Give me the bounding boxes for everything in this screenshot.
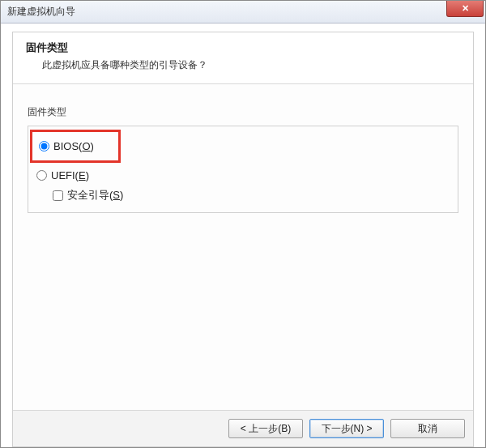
close-icon: ✕: [462, 3, 469, 14]
secure-boot-label: 安全引导(S): [67, 188, 123, 203]
secure-boot-checkbox[interactable]: [53, 190, 63, 201]
body-section: 固件类型 BIOS(O) UEFI(E) 安全引导(S: [13, 84, 473, 410]
cancel-button[interactable]: 取消: [390, 419, 465, 438]
close-button[interactable]: ✕: [446, 1, 484, 17]
firmware-group-label: 固件类型: [28, 105, 458, 119]
back-button[interactable]: < 上一步(B): [228, 419, 303, 438]
radio-bios[interactable]: [39, 141, 49, 151]
wizard-window: 新建虚拟机向导 ✕ 固件类型 此虚拟机应具备哪种类型的引导设备？ 固件类型 BI…: [0, 0, 486, 448]
titlebar: 新建虚拟机向导 ✕: [1, 1, 485, 23]
next-button[interactable]: 下一步(N) >: [309, 419, 384, 438]
content-area: 固件类型 此虚拟机应具备哪种类型的引导设备？ 固件类型 BIOS(O) UEFI…: [1, 23, 485, 447]
header-section: 固件类型 此虚拟机应具备哪种类型的引导设备？: [13, 32, 473, 84]
radio-bios-label: BIOS(O): [53, 140, 94, 152]
radio-uefi-label: UEFI(E): [51, 169, 89, 181]
page-subtitle: 此虚拟机应具备哪种类型的引导设备？: [26, 58, 460, 72]
page-title: 固件类型: [26, 41, 460, 55]
radio-uefi[interactable]: [36, 170, 47, 181]
firmware-options: BIOS(O) UEFI(E) 安全引导(S): [28, 126, 458, 213]
highlight-box: BIOS(O): [30, 130, 121, 163]
secure-boot-row[interactable]: 安全引导(S): [33, 185, 453, 204]
radio-bios-row[interactable]: BIOS(O): [36, 137, 96, 156]
footer-buttons: < 上一步(B) 下一步(N) > 取消: [13, 410, 473, 446]
radio-uefi-row[interactable]: UEFI(E): [33, 166, 453, 185]
window-title: 新建虚拟机向导: [7, 5, 75, 19]
inner-panel: 固件类型 此虚拟机应具备哪种类型的引导设备？ 固件类型 BIOS(O) UEFI…: [12, 32, 474, 447]
